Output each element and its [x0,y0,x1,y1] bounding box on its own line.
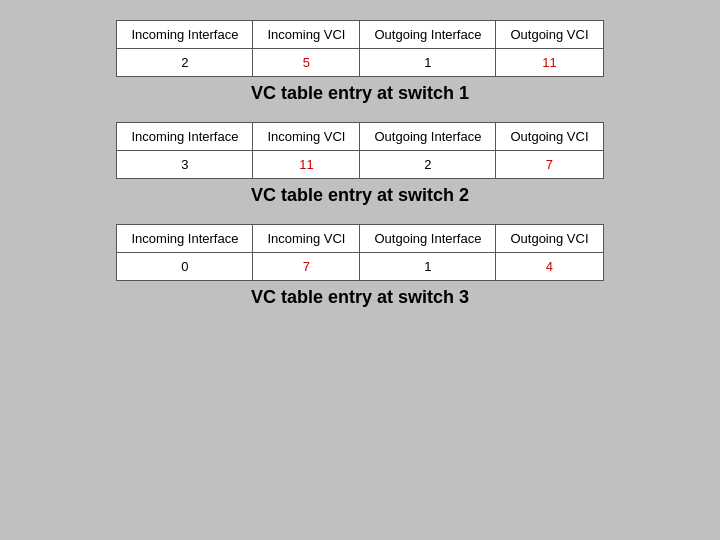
table-row: 0 7 1 4 [117,253,603,281]
col-header-incoming-vci: Incoming VCI [253,123,360,151]
col-header-outgoing-interface: Outgoing Interface [360,21,496,49]
table-row: 2 5 1 11 [117,49,603,77]
switch2-table: Incoming Interface Incoming VCI Outgoing… [116,122,603,179]
col-header-incoming-vci: Incoming VCI [253,225,360,253]
incoming-vci-value: 5 [253,49,360,77]
col-header-incoming-vci: Incoming VCI [253,21,360,49]
col-header-outgoing-vci: Outgoing VCI [496,21,603,49]
col-header-incoming-interface: Incoming Interface [117,123,253,151]
switch2-caption: VC table entry at switch 2 [251,185,469,206]
incoming-vci-value: 11 [253,151,360,179]
incoming-interface-value: 3 [117,151,253,179]
switch2-section: Incoming Interface Incoming VCI Outgoing… [116,122,603,214]
incoming-vci-value: 7 [253,253,360,281]
outgoing-vci-value: 11 [496,49,603,77]
col-header-outgoing-interface: Outgoing Interface [360,225,496,253]
col-header-incoming-interface: Incoming Interface [117,225,253,253]
outgoing-vci-value: 7 [496,151,603,179]
outgoing-interface-value: 1 [360,49,496,77]
switch3-caption: VC table entry at switch 3 [251,287,469,308]
switch3-table: Incoming Interface Incoming VCI Outgoing… [116,224,603,281]
outgoing-interface-value: 2 [360,151,496,179]
outgoing-vci-value: 4 [496,253,603,281]
col-header-outgoing-interface: Outgoing Interface [360,123,496,151]
incoming-interface-value: 2 [117,49,253,77]
col-header-outgoing-vci: Outgoing VCI [496,123,603,151]
switch1-section: Incoming Interface Incoming VCI Outgoing… [116,20,603,112]
col-header-outgoing-vci: Outgoing VCI [496,225,603,253]
switch3-section: Incoming Interface Incoming VCI Outgoing… [116,224,603,316]
col-header-incoming-interface: Incoming Interface [117,21,253,49]
switch1-table: Incoming Interface Incoming VCI Outgoing… [116,20,603,77]
table-row: 3 11 2 7 [117,151,603,179]
outgoing-interface-value: 1 [360,253,496,281]
switch1-caption: VC table entry at switch 1 [251,83,469,104]
incoming-interface-value: 0 [117,253,253,281]
